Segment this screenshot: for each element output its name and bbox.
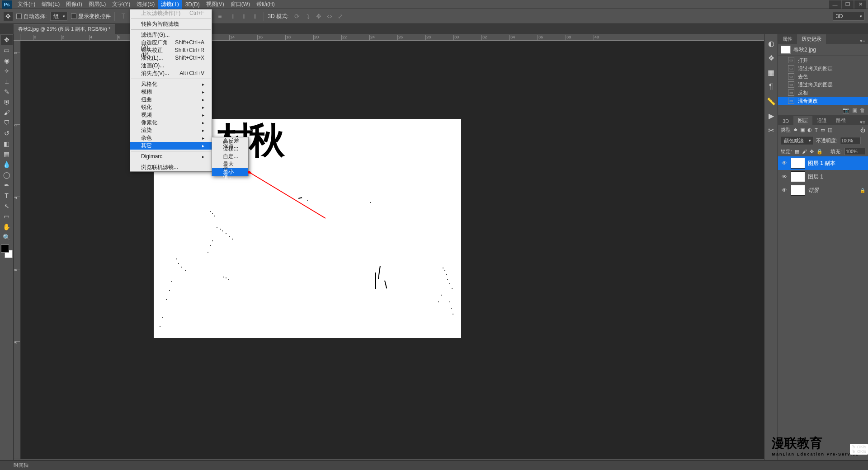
filter-adjust-icon[interactable]: ◐ bbox=[807, 127, 812, 133]
filter-shape-icon[interactable]: ▭ bbox=[821, 127, 825, 133]
menu-edit[interactable]: 编辑(E) bbox=[38, 0, 63, 9]
filter-vanish[interactable]: 消失点(V)...Alt+Ctrl+V bbox=[130, 70, 212, 77]
filter-other[interactable]: 其它 bbox=[130, 142, 212, 150]
menu-help[interactable]: 帮助(H) bbox=[253, 0, 278, 9]
filter-type-icon[interactable]: T bbox=[815, 127, 818, 133]
dist-bottom-icon[interactable]: ≡ bbox=[215, 11, 225, 21]
move-tool-icon[interactable]: ✥ bbox=[4, 12, 13, 21]
filter-video[interactable]: 视频 bbox=[130, 111, 212, 119]
filter-lens[interactable]: 镜头校正(R)...Shift+Ctrl+R bbox=[130, 47, 212, 54]
tab-layers[interactable]: 图层 bbox=[793, 116, 812, 125]
adjustments-icon[interactable]: ◐ bbox=[766, 38, 776, 48]
filter-gallery[interactable]: 滤镜库(G)... bbox=[130, 31, 212, 39]
3d-pan-icon[interactable]: ✥ bbox=[314, 11, 324, 21]
filter-convert-smart[interactable]: 转换为智能滤镜 bbox=[130, 20, 212, 28]
visibility-eye-icon[interactable]: 👁 bbox=[781, 187, 788, 193]
filter-blur[interactable]: 模糊 bbox=[130, 88, 212, 96]
3d-slide-icon[interactable]: ⇔ bbox=[325, 11, 335, 21]
bottom-bar-label[interactable]: 时间轴 bbox=[14, 462, 28, 469]
filter-digimarc[interactable]: Digimarc bbox=[130, 153, 212, 160]
menu-type[interactable]: 文字(Y) bbox=[109, 0, 133, 9]
filter-smart-icon[interactable]: ◫ bbox=[828, 127, 832, 133]
lasso-tool[interactable]: ◉ bbox=[1, 56, 13, 66]
color-swatches[interactable] bbox=[1, 244, 13, 258]
pen-tool[interactable]: ✒ bbox=[1, 180, 13, 190]
autoselect-dropdown[interactable]: 组 bbox=[50, 12, 67, 21]
dist-left-icon[interactable]: ⦀ bbox=[228, 11, 238, 21]
tab-channels[interactable]: 通道 bbox=[812, 116, 831, 125]
lock-transparent-icon[interactable]: ▦ bbox=[795, 149, 799, 155]
lock-position-icon[interactable]: ✥ bbox=[810, 149, 814, 155]
paragraph-icon[interactable]: ¶ bbox=[766, 82, 776, 92]
history-item[interactable]: ▭打开 bbox=[778, 56, 868, 64]
menu-image[interactable]: 图像(I) bbox=[63, 0, 85, 9]
menu-file[interactable]: 文件(F) bbox=[14, 0, 38, 9]
lock-all-icon[interactable]: 🔒 bbox=[816, 149, 823, 155]
show-transform-checkbox[interactable] bbox=[71, 14, 76, 19]
filter-pixel-icon[interactable]: ▣ bbox=[800, 127, 805, 133]
other-offset[interactable]: 位移... bbox=[212, 145, 248, 153]
other-minimum[interactable]: 最小值... bbox=[212, 168, 248, 176]
visibility-eye-icon[interactable]: 👁 bbox=[781, 174, 788, 180]
gradient-tool[interactable]: ▦ bbox=[1, 149, 13, 159]
tab-3d[interactable]: 3D bbox=[778, 117, 793, 125]
hand-tool[interactable]: ✋ bbox=[1, 222, 13, 232]
type-tool[interactable]: T bbox=[1, 191, 13, 201]
filter-stylize[interactable]: 风格化 bbox=[130, 80, 212, 88]
align-top-icon[interactable]: ⟙ bbox=[118, 11, 128, 21]
eraser-tool[interactable]: ◧ bbox=[1, 139, 13, 149]
filter-adaptive[interactable]: 自适应广角(A)...Shift+Ctrl+A bbox=[130, 39, 212, 47]
filter-noise[interactable]: 杂色 bbox=[130, 134, 212, 142]
fill-input[interactable] bbox=[844, 148, 865, 155]
document-tab[interactable]: 春秋2.jpg @ 25% (图层 1 副本, RGB/8#) * bbox=[14, 24, 115, 34]
dist-hcenter-icon[interactable]: ⦀ bbox=[239, 11, 249, 21]
panel-menu-icon[interactable]: ▾≡ bbox=[857, 38, 868, 44]
measure-icon[interactable]: 📏 bbox=[766, 96, 776, 106]
filter-oil[interactable]: 油画(O)... bbox=[130, 62, 212, 70]
blur-tool[interactable]: 💧 bbox=[1, 160, 13, 169]
dist-right-icon[interactable]: ⦀ bbox=[250, 11, 260, 21]
move-tool[interactable]: ✥ bbox=[1, 35, 13, 45]
layer-item[interactable]: 👁图层 1 副本 bbox=[778, 156, 868, 170]
history-item[interactable]: ▭反相 bbox=[778, 89, 868, 97]
filter-browse[interactable]: 浏览联机滤镜... bbox=[130, 164, 212, 171]
tool-presets-icon[interactable]: ✂ bbox=[766, 125, 776, 135]
kind-filter-arrow[interactable]: ≑ bbox=[793, 127, 797, 133]
history-snapshot-row[interactable]: 春秋2.jpg bbox=[778, 44, 868, 56]
menu-select[interactable]: 选择(S) bbox=[133, 0, 158, 9]
zoom-tool[interactable]: 🔍 bbox=[1, 232, 13, 242]
filter-distort[interactable]: 扭曲 bbox=[130, 96, 212, 103]
crop-tool[interactable]: ⟂ bbox=[1, 76, 13, 86]
menu-layer[interactable]: 图层(L) bbox=[85, 0, 109, 9]
filter-pixelate[interactable]: 像素化 bbox=[130, 119, 212, 127]
3d-roll-icon[interactable]: ⤵ bbox=[303, 11, 313, 21]
path-tool[interactable]: ↖ bbox=[1, 201, 13, 211]
heal-tool[interactable]: ⛨ bbox=[1, 97, 13, 107]
window-maximize-button[interactable]: ❐ bbox=[842, 0, 854, 9]
swatches-icon[interactable]: ▦ bbox=[766, 67, 776, 77]
window-minimize-button[interactable]: — bbox=[829, 0, 841, 9]
history-item[interactable]: ▭混合更改 bbox=[778, 97, 868, 105]
tab-properties[interactable]: 属性 bbox=[778, 34, 797, 44]
filter-render[interactable]: 渲染 bbox=[130, 127, 212, 134]
fg-color-swatch[interactable] bbox=[1, 244, 9, 253]
window-close-button[interactable]: ✕ bbox=[854, 0, 866, 9]
history-item[interactable]: ▭去色 bbox=[778, 72, 868, 80]
filter-sharpen[interactable]: 锐化 bbox=[130, 103, 212, 111]
layer-item[interactable]: 👁背景🔒 bbox=[778, 183, 868, 197]
menu-3d[interactable]: 3D(D) bbox=[182, 0, 203, 9]
other-highpass[interactable]: 高反差保留... bbox=[212, 137, 248, 145]
tab-history[interactable]: 历史记录 bbox=[797, 34, 826, 44]
other-maximum[interactable]: 最大值... bbox=[212, 160, 248, 168]
delete-state-icon[interactable]: 🗑 bbox=[860, 107, 865, 113]
marquee-tool[interactable]: ▭ bbox=[1, 45, 13, 55]
menu-filter[interactable]: 滤镜(T) bbox=[158, 0, 182, 9]
autoselect-checkbox[interactable] bbox=[16, 14, 22, 19]
actions-icon[interactable]: ▶ bbox=[766, 111, 776, 121]
tab-paths[interactable]: 路径 bbox=[831, 116, 850, 125]
blend-mode-dropdown[interactable]: 颜色减淡 bbox=[781, 136, 813, 145]
layer-item[interactable]: 👁图层 1 bbox=[778, 170, 868, 183]
history-brush-tool[interactable]: ↺ bbox=[1, 128, 13, 138]
3d-scale-icon[interactable]: ⤢ bbox=[335, 11, 345, 21]
layers-menu-icon[interactable]: ▾≡ bbox=[857, 119, 868, 125]
